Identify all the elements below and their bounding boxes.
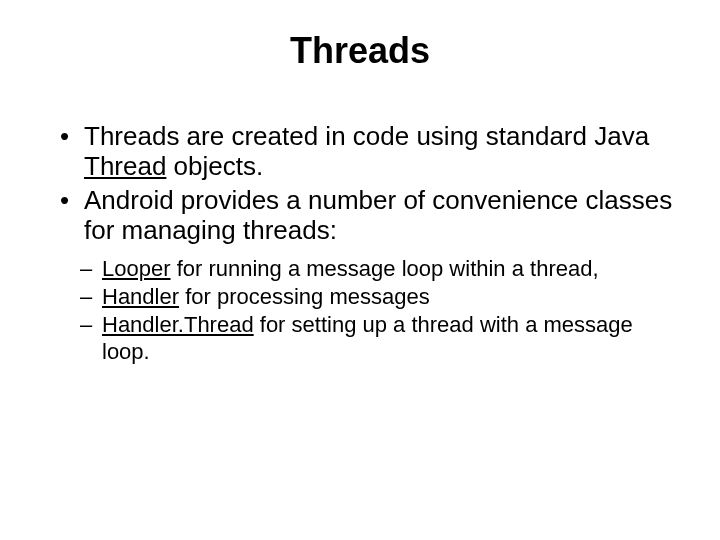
sub-text-post: for processing messages bbox=[179, 284, 430, 309]
sub-bullet-list: Looper for running a message loop within… bbox=[40, 256, 680, 366]
bullet-item: Threads are created in code using standa… bbox=[60, 122, 680, 182]
sub-item: Looper for running a message loop within… bbox=[80, 256, 680, 282]
sub-text-post: for running a message loop within a thre… bbox=[171, 256, 599, 281]
bullet-text-pre: Android provides a number of convenience… bbox=[84, 185, 672, 245]
bullet-text-post: objects. bbox=[166, 151, 263, 181]
slide-title: Threads bbox=[40, 30, 680, 72]
link-thread[interactable]: Thread bbox=[84, 151, 166, 181]
sub-item: Handler for processing messages bbox=[80, 284, 680, 310]
link-looper[interactable]: Looper bbox=[102, 256, 171, 281]
link-handlerthread[interactable]: Handler.Thread bbox=[102, 312, 254, 337]
bullet-text-pre: Threads are created in code using standa… bbox=[84, 121, 649, 151]
bullet-item: Android provides a number of convenience… bbox=[60, 186, 680, 246]
main-bullet-list: Threads are created in code using standa… bbox=[40, 122, 680, 246]
link-handler[interactable]: Handler bbox=[102, 284, 179, 309]
sub-item: Handler.Thread for setting up a thread w… bbox=[80, 312, 680, 365]
